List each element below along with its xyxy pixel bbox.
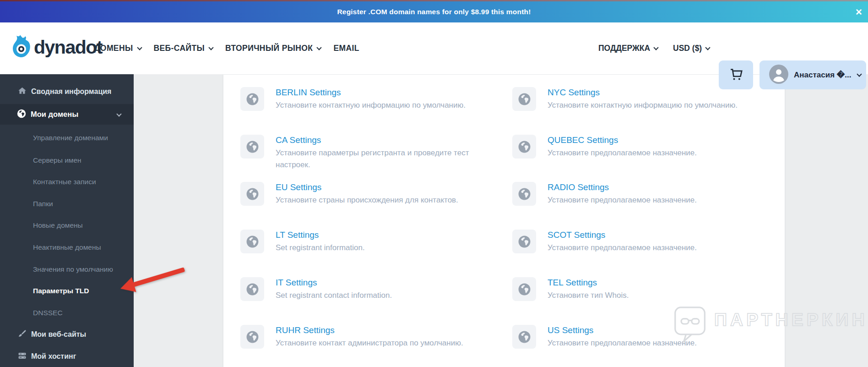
sidebar-item-label: Мои домены (31, 110, 78, 119)
main-nav: ДОМЕНЫВЕБ-САЙТЫВТОРИЧНЫЙ РЫНОКEMAIL (94, 22, 359, 74)
tld-settings-description: Установите тип Whois. (548, 290, 629, 301)
sidebar-subitem-2[interactable]: Серверы имен (33, 155, 81, 165)
tld-settings-link[interactable]: IT Settings (276, 277, 317, 288)
sidebar-subitem-3[interactable]: Контактные записи (33, 177, 96, 187)
tld-setting-item: EU SettingsУстановите страны происхожден… (240, 182, 458, 206)
nav-item-email[interactable]: EMAIL (333, 44, 359, 53)
globe-icon (240, 230, 264, 253)
chevron-down-icon (317, 45, 322, 50)
tld-settings-description: Установите предполагаемое назначение. (548, 147, 697, 159)
sidebar-item-summary[interactable]: Сводная информация (0, 85, 134, 99)
dynadot-logo-text: dynadot (34, 37, 102, 58)
globe-icon (512, 135, 536, 159)
tld-setting-item: SCOT SettingsУстановите предполагаемое н… (512, 230, 697, 254)
tld-settings-description: Установите параметры регистранта и прове… (276, 147, 470, 171)
tld-setting-item: QUEBEC SettingsУстановите предполагаемое… (512, 135, 697, 159)
tld-settings-link[interactable]: CA Settings (276, 135, 321, 146)
promo-banner-text: Register .COM domain names for only $8.9… (337, 8, 531, 16)
tld-settings-description: Установите предполагаемое назначение. (548, 194, 697, 206)
globe-icon (512, 87, 536, 111)
home-icon (17, 86, 27, 98)
nav-label: ВТОРИЧНЫЙ РЫНОК (225, 44, 313, 53)
sidebar-item-label: Сводная информация (31, 88, 111, 96)
globe-icon (512, 325, 536, 349)
window-top-edge (0, 0, 868, 1)
tld-settings-description: Set registrant contact information. (276, 290, 392, 301)
chevron-down-icon (705, 45, 711, 50)
dynadot-logo[interactable]: dynadot (12, 34, 102, 60)
sidebar-item-my-hosting[interactable]: Мой хостинг (0, 350, 134, 363)
sidebar-subitem-6[interactable]: Неактивные домены (33, 242, 101, 252)
sidebar-subitem-8[interactable]: Параметры TLD (33, 286, 89, 296)
main-header: dynadot ДОМЕНЫВЕБ-САЙТЫВТОРИЧНЫЙ РЫНОКEM… (0, 22, 868, 74)
sidebar-subitem-7[interactable]: Значения по умолчанию (33, 264, 113, 274)
nav-label: ДОМЕНЫ (94, 44, 133, 53)
promo-banner: Register .COM domain names for only $8.9… (0, 1, 868, 22)
currency-selector[interactable]: USD ($) (673, 22, 710, 74)
nav-label: ВЕБ-САЙТЫ (154, 44, 205, 53)
tld-settings-link[interactable]: US Settings (548, 325, 593, 336)
tld-settings-link[interactable]: TEL Settings (548, 277, 597, 288)
sidebar-item-label: Мой хостинг (31, 352, 76, 361)
tld-settings-card: BERLIN SettingsУстановите контактную инф… (223, 74, 785, 367)
nav-item-веб-сайты[interactable]: ВЕБ-САЙТЫ (154, 44, 213, 53)
tld-setting-item: TEL SettingsУстановите тип Whois. (512, 277, 629, 301)
content-area: BERLIN SettingsУстановите контактную инф… (134, 74, 868, 367)
sidebar-item-my-domains[interactable]: Мои домены (0, 104, 134, 125)
tld-setting-item: NYC SettingsУстановите контактную информ… (512, 87, 738, 111)
tld-settings-link[interactable]: BERLIN Settings (276, 87, 341, 98)
account-name: Анастасия �... (794, 70, 851, 80)
globe-icon (512, 277, 536, 301)
server-icon (17, 351, 27, 362)
tld-settings-description: Установите страны происхождения для конт… (276, 194, 458, 206)
globe-icon (240, 182, 264, 206)
cart-button[interactable] (719, 60, 753, 89)
sidebar-subitem-5[interactable]: Новые домены (33, 220, 83, 230)
globe-icon (240, 87, 264, 111)
globe-icon (240, 325, 264, 349)
tld-setting-item: LT SettingsSet registrant information. (240, 230, 365, 254)
chevron-down-icon (137, 45, 142, 50)
sidebar-item-my-websites[interactable]: Мои веб-сайты (0, 328, 134, 341)
globe-icon (240, 277, 264, 301)
chevron-down-icon (116, 111, 121, 116)
dynadot-app: Register .COM domain names for only $8.9… (0, 0, 868, 367)
globe-icon (16, 109, 27, 121)
close-icon[interactable]: ✕ (853, 5, 864, 19)
tld-setting-item: RUHR SettingsУстановите контакт админист… (240, 325, 463, 349)
dynadot-logo-icon (12, 34, 31, 60)
tld-settings-link[interactable]: LT Settings (276, 230, 319, 241)
nav-item-вторичный рынок[interactable]: ВТОРИЧНЫЙ РЫНОК (225, 44, 321, 53)
tld-settings-link[interactable]: QUEBEC Settings (548, 135, 618, 146)
tld-settings-link[interactable]: NYC Settings (548, 87, 600, 98)
account-menu[interactable]: Анастасия �... (760, 60, 866, 89)
sidebar-subitem-4[interactable]: Папки (33, 199, 53, 209)
sidebar-subitem-1[interactable]: Управление доменами (33, 133, 108, 143)
chevron-down-icon (208, 45, 213, 50)
tld-setting-item: US SettingsУстановите предполагаемое наз… (512, 325, 697, 349)
tld-settings-description: Установите предполагаемое назначение. (548, 242, 697, 254)
sidebar: Сводная информация Мои домены Управление… (0, 74, 134, 367)
currency-label: USD ($) (673, 44, 702, 53)
tld-settings-link[interactable]: EU Settings (276, 182, 321, 193)
support-label: ПОДДЕРЖКА (598, 44, 650, 53)
chevron-down-icon (857, 71, 862, 77)
tld-settings-description: Установите предполагаемое назначение. (548, 337, 697, 349)
support-menu[interactable]: ПОДДЕРЖКА (598, 22, 658, 74)
globe-icon (512, 182, 536, 206)
paintbrush-icon (17, 329, 27, 340)
tld-settings-description: Установите контакт администратора по умо… (276, 337, 463, 349)
tld-settings-link[interactable]: SCOT Settings (548, 230, 605, 241)
tld-settings-description: Установите контактную информацию по умол… (276, 99, 466, 111)
sidebar-subitem-9[interactable]: DNSSEC (33, 308, 63, 318)
tld-setting-item: BERLIN SettingsУстановите контактную инф… (240, 87, 466, 111)
tld-settings-description: Set registrant information. (276, 242, 365, 254)
avatar (769, 65, 788, 86)
globe-icon (240, 135, 264, 159)
nav-label: EMAIL (333, 44, 359, 53)
chevron-down-icon (653, 45, 658, 50)
tld-settings-link[interactable]: RADIO Settings (548, 182, 609, 193)
tld-setting-item: RADIO SettingsУстановите предполагаемое … (512, 182, 697, 206)
nav-item-домены[interactable]: ДОМЕНЫ (94, 44, 141, 53)
tld-settings-link[interactable]: RUHR Settings (276, 325, 335, 336)
